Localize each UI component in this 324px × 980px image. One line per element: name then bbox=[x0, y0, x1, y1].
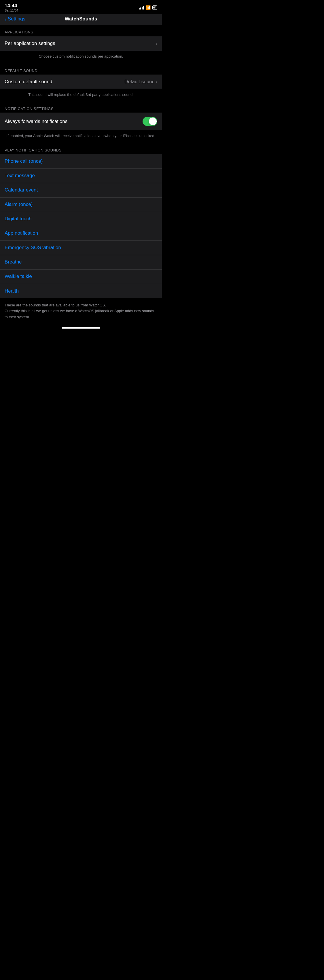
status-time: 14:44 bbox=[5, 3, 18, 9]
back-button[interactable]: ‹ Settings bbox=[5, 16, 25, 22]
list-item[interactable]: Digital touch bbox=[0, 212, 162, 226]
custom-default-sound-cell[interactable]: Custom default sound Default sound › bbox=[0, 75, 162, 89]
battery-icon: 64 bbox=[152, 5, 157, 10]
footer-note-text: These are the sounds that are available … bbox=[5, 303, 154, 319]
wifi-icon: 📶 bbox=[146, 5, 151, 10]
list-item[interactable]: Emergency SOS vibration bbox=[0, 241, 162, 255]
applications-group: Per application settings › bbox=[0, 36, 162, 51]
list-item[interactable]: App notification bbox=[0, 226, 162, 241]
navigation-bar: ‹ Settings WatchSounds bbox=[0, 14, 162, 25]
home-indicator bbox=[0, 324, 162, 331]
default-sound-description: This sound will replace the default 3rd … bbox=[0, 89, 162, 102]
sound-item-label: Walkie talkie bbox=[5, 274, 32, 279]
list-item[interactable]: Health bbox=[0, 284, 162, 298]
notification-settings-header: NOTIFICATION SETTINGS bbox=[0, 102, 162, 113]
footer-note: These are the sounds that are available … bbox=[0, 298, 162, 324]
sound-item-label: Calendar event bbox=[5, 187, 38, 193]
back-label: Settings bbox=[8, 16, 25, 22]
sound-item-label: Alarm (once) bbox=[5, 202, 33, 207]
status-bar: 14:44 Sat 11/04 📶 64 bbox=[0, 0, 162, 14]
play-notification-sounds-header: PLAY NOTIFICATION SOUNDS bbox=[0, 143, 162, 154]
sound-item-label: Digital touch bbox=[5, 216, 32, 222]
per-app-settings-cell[interactable]: Per application settings › bbox=[0, 36, 162, 51]
status-icons: 📶 64 bbox=[139, 5, 157, 10]
per-app-description: Choose custom notification sounds per ap… bbox=[0, 51, 162, 64]
applications-section-header: APPLICATIONS bbox=[0, 25, 162, 36]
page-title: WatchSounds bbox=[65, 16, 97, 22]
chevron-right-icon: › bbox=[156, 79, 157, 84]
list-item[interactable]: Text message bbox=[0, 169, 162, 183]
sound-item-label: Emergency SOS vibration bbox=[5, 245, 61, 251]
list-item[interactable]: Calendar event bbox=[0, 183, 162, 197]
notification-sounds-list: Phone call (once) Text message Calendar … bbox=[0, 154, 162, 298]
signal-icon bbox=[139, 5, 144, 10]
toggle-knob bbox=[149, 118, 157, 125]
always-forward-toggle[interactable] bbox=[143, 117, 157, 126]
per-app-settings-chevron: › bbox=[156, 41, 157, 46]
status-date: Sat 11/04 bbox=[5, 9, 18, 12]
default-sound-section-header: DEFAULT SOUND bbox=[0, 64, 162, 75]
always-forward-label: Always forwards notifications bbox=[5, 119, 67, 124]
always-forward-cell: Always forwards notifications bbox=[0, 113, 162, 130]
list-item[interactable]: Breathe bbox=[0, 255, 162, 270]
list-item[interactable]: Phone call (once) bbox=[0, 154, 162, 169]
back-chevron-icon: ‹ bbox=[5, 16, 6, 22]
sound-item-label: Text message bbox=[5, 173, 35, 178]
sound-item-label: App notification bbox=[5, 231, 38, 236]
default-sound-value: Default sound bbox=[124, 79, 155, 85]
list-item[interactable]: Alarm (once) bbox=[0, 197, 162, 212]
custom-default-sound-label: Custom default sound bbox=[5, 79, 52, 85]
sound-item-label: Breathe bbox=[5, 259, 22, 265]
sound-item-label: Phone call (once) bbox=[5, 158, 43, 164]
chevron-right-icon: › bbox=[156, 41, 157, 46]
sound-item-label: Health bbox=[5, 288, 19, 294]
always-forward-description: If enabled, your Apple Watch will receiv… bbox=[0, 130, 162, 143]
list-item[interactable]: Walkie talkie bbox=[0, 270, 162, 284]
per-app-settings-label: Per application settings bbox=[5, 41, 55, 46]
home-bar bbox=[62, 327, 100, 329]
custom-default-sound-value: Default sound › bbox=[124, 79, 157, 85]
